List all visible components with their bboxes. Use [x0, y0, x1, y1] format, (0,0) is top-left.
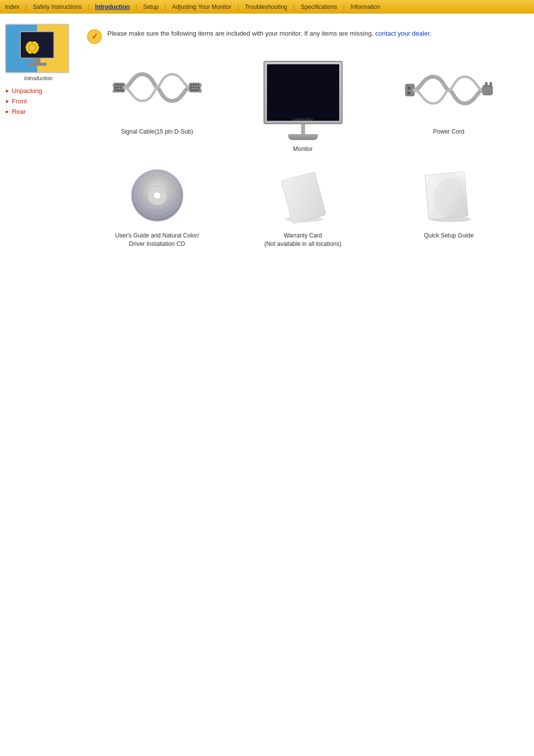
nav-sep-6: | [292, 3, 296, 10]
power-cord-svg [404, 64, 493, 119]
nav-introduction[interactable]: Introduction [90, 1, 134, 12]
svg-point-20 [116, 88, 117, 90]
monitor-image: SAMSUNG [259, 59, 348, 141]
svg-point-33 [199, 84, 202, 87]
nav-specifications[interactable]: Specifications [296, 1, 342, 12]
power-cord-label: Power Cord [433, 128, 464, 136]
svg-point-31 [113, 84, 115, 87]
dealer-link[interactable]: contact your dealer [375, 30, 430, 37]
svg-point-22 [121, 88, 122, 90]
main-container: Introduction ► Unpacking ► Front ► Rear … [0, 14, 534, 263]
item-cd: User's Guide and Natural Color/Driver In… [87, 163, 227, 248]
svg-point-29 [194, 88, 195, 90]
sidebar-caption: Introduction [5, 75, 72, 81]
svg-rect-4 [28, 63, 47, 66]
item-power-cord: Power Cord [378, 59, 519, 153]
svg-point-25 [191, 86, 193, 87]
svg-point-30 [196, 88, 198, 90]
sidebar-item-unpacking[interactable]: ► Unpacking [5, 87, 72, 94]
svg-rect-3 [34, 58, 41, 63]
arrow-icon-front: ► [5, 98, 10, 104]
notice-box: ✓ Please make sure the following items a… [87, 29, 519, 45]
cd-svg [128, 166, 187, 225]
cd-label: User's Guide and Natural Color/Driver In… [115, 232, 199, 248]
nav-adjusting[interactable]: Adjusting Your Monitor [167, 1, 236, 12]
sidebar-link-rear[interactable]: Rear [12, 108, 26, 115]
svg-point-28 [191, 88, 193, 90]
svg-point-36 [407, 87, 410, 90]
sidebar-item-front[interactable]: ► Front [5, 97, 72, 105]
nav-sep-3: | [134, 3, 138, 10]
warranty-image [259, 163, 348, 228]
arrow-icon-rear: ► [5, 109, 10, 114]
sidebar: Introduction ► Unpacking ► Front ► Rear [0, 24, 77, 263]
item-monitor: SAMSUNG Monitor [232, 59, 373, 153]
svg-point-17 [116, 86, 117, 87]
nav-setup[interactable]: Setup [138, 1, 163, 12]
svg-point-32 [113, 90, 115, 93]
item-signal-cable: Signal Cable(15 pin D-Sub) [87, 59, 227, 153]
arrow-icon-unpacking: ► [5, 88, 10, 94]
navigation-bar: Index | Safety Instructions | Introducti… [0, 0, 534, 14]
svg-rect-16 [115, 84, 124, 91]
notice-period: . [430, 30, 432, 37]
nav-troubleshooting[interactable]: Troubleshooting [240, 1, 292, 12]
nav-sep-5: | [236, 3, 240, 10]
svg-point-12 [29, 45, 35, 50]
guide-label: Quick Setup Guide [424, 232, 474, 240]
notice-icon: ✓ [87, 29, 102, 45]
nav-sep-1: | [24, 3, 28, 10]
items-grid: Signal Cable(15 pin D-Sub) SAMSUNG Monit… [87, 59, 519, 248]
nav-sep-4: | [164, 3, 167, 10]
monitor-illustration: SAMSUNG [261, 61, 345, 140]
sidebar-intro-image [5, 24, 69, 73]
svg-point-34 [199, 90, 202, 93]
item-guide: Quick Setup Guide [378, 163, 519, 248]
notice-text: Please make sure the following items are… [107, 29, 431, 39]
svg-point-21 [118, 88, 120, 90]
svg-rect-39 [485, 82, 488, 87]
monitor-screen [267, 64, 339, 121]
monitor-label: Monitor [293, 145, 312, 153]
svg-text:✓: ✓ [91, 32, 98, 41]
notice-main-text: Please make sure the following items are… [107, 30, 375, 37]
nav-sep-7: | [342, 3, 346, 10]
item-warranty: Warranty Card(Not available in all locat… [232, 163, 373, 248]
svg-rect-40 [490, 82, 492, 87]
nav-information[interactable]: Information [346, 1, 385, 12]
cd-image [113, 163, 202, 228]
monitor-outer: SAMSUNG [264, 61, 343, 124]
svg-point-26 [194, 86, 195, 87]
warranty-label: Warranty Card(Not available in all locat… [264, 232, 341, 248]
guide-svg [422, 166, 476, 225]
nav-sep-2: | [87, 3, 90, 10]
nav-index[interactable]: Index [0, 1, 24, 12]
sidebar-link-front[interactable]: Front [12, 97, 27, 105]
svg-point-37 [407, 92, 410, 94]
warranty-svg [278, 166, 328, 225]
power-cord-image [404, 59, 493, 124]
monitor-brand: SAMSUNG [293, 117, 312, 122]
svg-point-49 [154, 192, 161, 199]
sidebar-item-rear[interactable]: ► Rear [5, 108, 72, 115]
monitor-base [288, 134, 318, 140]
svg-point-18 [118, 86, 120, 87]
svg-point-54 [434, 178, 464, 218]
signal-cable-image [113, 59, 202, 124]
guide-image [404, 163, 493, 228]
intro-image-svg [6, 24, 68, 73]
svg-point-27 [196, 86, 198, 87]
sidebar-link-unpacking[interactable]: Unpacking [12, 87, 42, 94]
signal-cable-label: Signal Cable(15 pin D-Sub) [121, 128, 193, 136]
main-content: ✓ Please make sure the following items a… [77, 24, 534, 263]
svg-rect-24 [190, 84, 199, 91]
svg-point-19 [121, 86, 122, 87]
svg-rect-51 [281, 172, 326, 224]
signal-cable-svg [113, 64, 202, 119]
monitor-stand [301, 124, 305, 134]
nav-safety[interactable]: Safety Instructions [28, 1, 87, 12]
